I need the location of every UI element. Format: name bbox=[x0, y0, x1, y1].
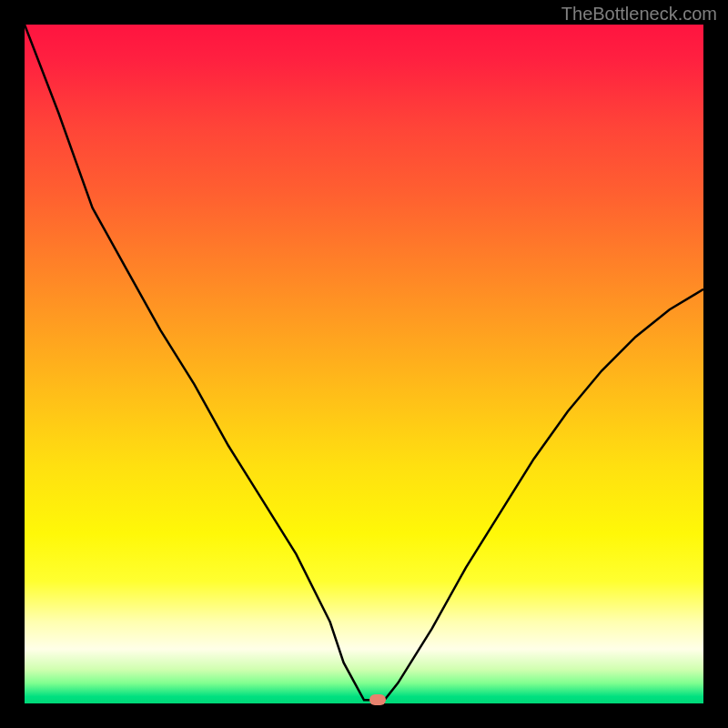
bottleneck-curve bbox=[25, 25, 703, 703]
attribution-text: TheBottleneck.com bbox=[561, 4, 717, 25]
optimal-point-marker bbox=[369, 694, 386, 705]
plot-area bbox=[25, 25, 703, 703]
chart-container: TheBottleneck.com bbox=[0, 0, 728, 728]
